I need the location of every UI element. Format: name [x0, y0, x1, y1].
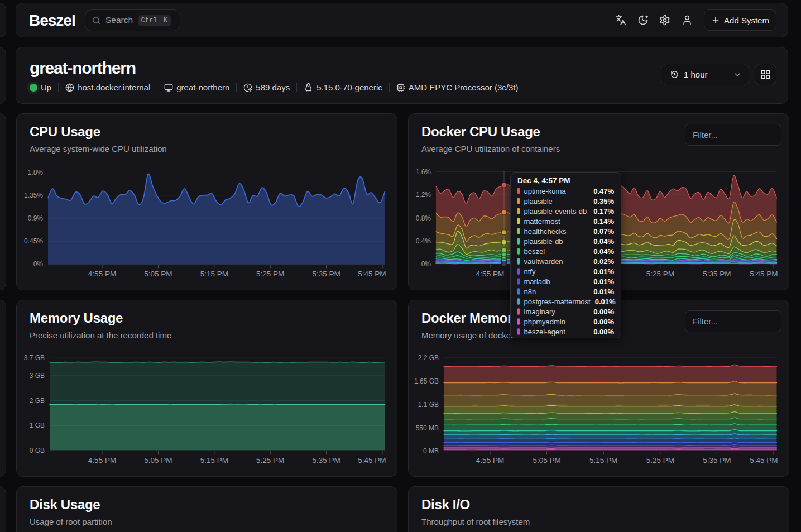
- svg-text:5:45 PM: 5:45 PM: [750, 456, 778, 464]
- svg-text:2.2 GB: 2.2 GB: [418, 354, 439, 362]
- svg-text:5:25 PM: 5:25 PM: [256, 456, 284, 464]
- svg-text:3.7 GB: 3.7 GB: [24, 354, 45, 362]
- svg-text:1.2%: 1.2%: [416, 191, 431, 199]
- svg-text:4:55 PM: 4:55 PM: [476, 456, 504, 464]
- svg-text:550 MB: 550 MB: [416, 424, 439, 432]
- svg-text:5:35 PM: 5:35 PM: [703, 270, 731, 278]
- svg-text:5:35 PM: 5:35 PM: [703, 456, 731, 464]
- svg-text:0 MB: 0 MB: [423, 447, 439, 455]
- svg-text:5:45 PM: 5:45 PM: [358, 270, 386, 278]
- svg-text:0.8%: 0.8%: [416, 214, 431, 222]
- svg-text:5:25 PM: 5:25 PM: [646, 456, 674, 464]
- svg-text:1.6%: 1.6%: [416, 168, 431, 176]
- svg-text:5:45 PM: 5:45 PM: [750, 270, 778, 278]
- svg-text:5:35 PM: 5:35 PM: [312, 456, 340, 464]
- svg-text:0.9%: 0.9%: [28, 214, 44, 222]
- svg-text:0.45%: 0.45%: [24, 237, 43, 245]
- svg-text:5:35 PM: 5:35 PM: [312, 270, 340, 278]
- svg-text:5:25 PM: 5:25 PM: [256, 270, 284, 278]
- svg-text:4:55 PM: 4:55 PM: [88, 456, 116, 464]
- svg-text:0%: 0%: [33, 260, 44, 268]
- svg-text:5:05 PM: 5:05 PM: [144, 456, 172, 464]
- svg-text:5:15 PM: 5:15 PM: [589, 456, 617, 464]
- svg-text:1.35%: 1.35%: [24, 191, 43, 199]
- svg-text:5:15 PM: 5:15 PM: [200, 456, 228, 464]
- svg-text:1.1 GB: 1.1 GB: [418, 401, 439, 409]
- svg-text:3 GB: 3 GB: [30, 372, 45, 380]
- svg-text:5:15 PM: 5:15 PM: [200, 270, 228, 278]
- svg-text:4:55 PM: 4:55 PM: [88, 270, 116, 278]
- svg-text:5:45 PM: 5:45 PM: [358, 456, 386, 464]
- svg-text:4:55 PM: 4:55 PM: [476, 270, 504, 278]
- svg-text:0 GB: 0 GB: [30, 447, 45, 454]
- svg-text:1.8%: 1.8%: [28, 169, 44, 176]
- svg-text:5:05 PM: 5:05 PM: [533, 456, 560, 464]
- svg-text:0%: 0%: [421, 260, 431, 268]
- svg-text:1.65 GB: 1.65 GB: [414, 377, 439, 385]
- svg-text:0.4%: 0.4%: [416, 237, 431, 245]
- svg-text:5:25 PM: 5:25 PM: [646, 270, 674, 278]
- svg-text:5:05 PM: 5:05 PM: [144, 270, 172, 278]
- svg-text:2 GB: 2 GB: [30, 397, 45, 405]
- svg-text:1 GB: 1 GB: [30, 421, 45, 429]
